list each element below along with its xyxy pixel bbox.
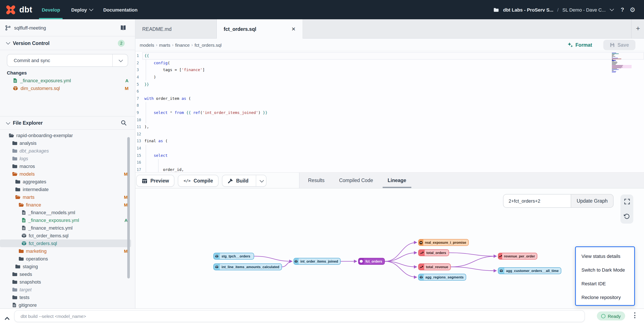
tree-item-marts[interactable]: martsM: [0, 193, 131, 201]
tree-item-rapid-onboarding-exemplar[interactable]: rapid-onboarding-exemplar: [0, 132, 131, 139]
lineage-node-total_revenue[interactable]: total_revenue: [418, 264, 451, 270]
gear-icon[interactable]: ⚙: [630, 6, 636, 14]
code-line-9[interactable]: 9 select * from {{ ref('int_order_items_…: [136, 109, 644, 116]
tree-item-models[interactable]: modelsM: [0, 170, 131, 178]
tree-item-aggregates[interactable]: aggregates: [0, 178, 131, 186]
tree-item-intermediate[interactable]: intermediate: [0, 186, 131, 193]
panel-tab-results[interactable]: Results: [308, 173, 324, 188]
lineage-node-int_order_items_joined[interactable]: int_order_items_joined: [294, 258, 341, 265]
code-line-2[interactable]: 2 config(: [136, 59, 644, 66]
tree-item-macros[interactable]: macros: [0, 162, 131, 170]
code-line-11[interactable]: 11),: [136, 123, 644, 130]
docs-book-icon[interactable]: [120, 25, 126, 31]
format-button[interactable]: Format: [567, 42, 592, 48]
preview-button[interactable]: Preview: [136, 175, 174, 187]
editor-tab-README.md[interactable]: README.md: [136, 19, 217, 38]
expand-command-panel-button[interactable]: [6, 314, 10, 322]
breadcrumb-item[interactable]: fct_orders.sql: [194, 42, 222, 47]
help-icon[interactable]: ?: [621, 6, 624, 13]
tree-item-fct_orders.sql[interactable]: fct_orders.sql: [0, 240, 131, 247]
menu-item-restart-ide[interactable]: Restart IDE: [576, 277, 634, 290]
code-line-7[interactable]: 7with order_item as (: [136, 95, 644, 102]
project-selector[interactable]: SL Demo - Dave C...: [562, 7, 606, 12]
tree-item-_finance_metrics.yml[interactable]: _finance_metrics.yml: [0, 224, 131, 232]
panel-tab-compiled-code[interactable]: Compiled Code: [339, 173, 373, 188]
tree-item-target[interactable]: target: [0, 286, 131, 294]
tree-item-operations[interactable]: operations: [0, 255, 131, 262]
tree-item-seeds[interactable]: seeds: [0, 270, 131, 278]
tree-item-fct_order_items.sql[interactable]: fct_order_items.sql: [0, 232, 131, 240]
tree-item-dbt_packages[interactable]: dbt_packages: [0, 147, 131, 155]
lineage-node-real_exposure_i_promise[interactable]: real_exposure_i_promise: [418, 239, 469, 246]
dbt-logo[interactable]: dbt: [0, 4, 32, 16]
lineage-node-fct_orders[interactable]: fct_orders: [358, 258, 385, 265]
reset-view-icon[interactable]: [624, 213, 630, 219]
version-control-header[interactable]: Version Control 2: [0, 36, 135, 50]
tree-item-snapshots[interactable]: snapshots: [0, 278, 131, 286]
build-options-dropdown[interactable]: [256, 175, 266, 187]
commit-options-dropdown[interactable]: [112, 54, 128, 66]
close-tab-icon[interactable]: ✕: [291, 26, 296, 32]
code-line-4[interactable]: 4 ): [136, 74, 644, 81]
code-line-8[interactable]: 8: [136, 102, 644, 109]
panel-tab-lineage[interactable]: Lineage: [388, 173, 406, 188]
code-editor[interactable]: 1{{2 config(3 tags = ['finance']4 )5}}67…: [136, 52, 644, 172]
code-line-13[interactable]: 13final as (: [136, 138, 644, 144]
changed-file[interactable]: _finance_exposures.ymlA: [0, 77, 136, 84]
code-line-10[interactable]: 10: [136, 116, 644, 123]
tree-item-finance[interactable]: financeM: [0, 201, 131, 208]
new-tab-button[interactable]: +: [634, 24, 642, 33]
tree-item-marketing[interactable]: marketingM: [0, 247, 131, 255]
lineage-node-revenue_per_order[interactable]: revenue_per_order: [498, 253, 537, 260]
tree-item-tests[interactable]: tests: [0, 294, 131, 301]
code-line-17[interactable]: 17 order_id,: [136, 166, 644, 172]
file-explorer-header[interactable]: File Explorer: [0, 116, 136, 130]
build-button[interactable]: Build: [222, 175, 266, 187]
fullscreen-icon[interactable]: [624, 199, 630, 204]
menu-item-switch-to-dark-mode[interactable]: Switch to Dark Mode: [576, 263, 634, 277]
code-line-1[interactable]: 1{{: [136, 52, 644, 59]
dbt-command-input[interactable]: [14, 310, 585, 322]
save-button[interactable]: Save: [603, 40, 636, 50]
breadcrumb-item[interactable]: models: [140, 42, 154, 47]
code-line-14[interactable]: 14: [136, 144, 644, 152]
commit-and-sync-button[interactable]: Commit and sync: [7, 54, 128, 67]
tree-item-_finance_exposures.yml[interactable]: _finance_exposures.ymlA: [0, 216, 131, 224]
sidebar-scrollbar[interactable]: [127, 137, 130, 278]
lineage-node-total_orders[interactable]: total_orders: [418, 249, 449, 256]
lineage-selector-input[interactable]: [503, 194, 571, 208]
code-line-5[interactable]: 5}}: [136, 81, 644, 88]
lineage-node-agg_regions_segments[interactable]: agg_regions_segments: [418, 274, 466, 280]
top-nav-deploy[interactable]: Deploy: [71, 0, 92, 19]
top-nav-develop[interactable]: Develop: [42, 0, 60, 19]
code-line-3[interactable]: 3 tags = ['finance']: [136, 66, 644, 74]
update-graph-button[interactable]: Update Graph: [571, 194, 614, 208]
lineage-node-agg_customer_orders__all_time[interactable]: agg_customer_orders__all_time: [498, 267, 561, 274]
breadcrumb-item[interactable]: marts: [159, 42, 170, 47]
lineage-node-int_line_items_amounts_calculated[interactable]: int_line_items_amounts_calculated: [214, 264, 282, 270]
kebab-menu-icon[interactable]: [633, 312, 636, 318]
tree-item-logs[interactable]: logs: [0, 155, 131, 162]
menu-item-reclone-repository[interactable]: Reclone repository: [576, 290, 634, 304]
code-line-16[interactable]: 16: [136, 159, 644, 166]
git-branch-row[interactable]: sqlfluff-meeting: [0, 19, 135, 36]
top-nav-documentation[interactable]: Documentation: [103, 0, 138, 19]
chevron-down-icon[interactable]: [610, 7, 614, 11]
code-line-15[interactable]: 15 select: [136, 152, 644, 159]
code-line-6[interactable]: 6: [136, 88, 644, 95]
status-badge[interactable]: Ready: [597, 312, 625, 320]
tree-item-staging[interactable]: staging: [0, 262, 131, 270]
tree-item-_finance__models.yml[interactable]: _finance__models.yml: [0, 208, 131, 216]
editor-minimap[interactable]: [612, 53, 633, 73]
menu-item-view-status-details[interactable]: View status details: [576, 249, 634, 263]
changed-file[interactable]: dim_customers.sqlM: [0, 84, 136, 92]
lineage-node-stg_tpch__orders[interactable]: stg_tpch__orders: [214, 253, 254, 260]
file-search-icon[interactable]: [121, 120, 127, 126]
breadcrumb-item[interactable]: finance: [175, 42, 190, 47]
tree-item-analysis[interactable]: analysis: [0, 139, 131, 147]
account-selector[interactable]: dbt Labs - ProServ S...: [503, 7, 554, 12]
code-line-12[interactable]: 12: [136, 130, 644, 138]
compile-button[interactable]: </>Compile: [178, 175, 218, 187]
editor-tab-fct_orders.sql[interactable]: fct_orders.sql✕: [217, 19, 303, 38]
tree-item-gitignore[interactable]: gitignore: [0, 301, 131, 308]
